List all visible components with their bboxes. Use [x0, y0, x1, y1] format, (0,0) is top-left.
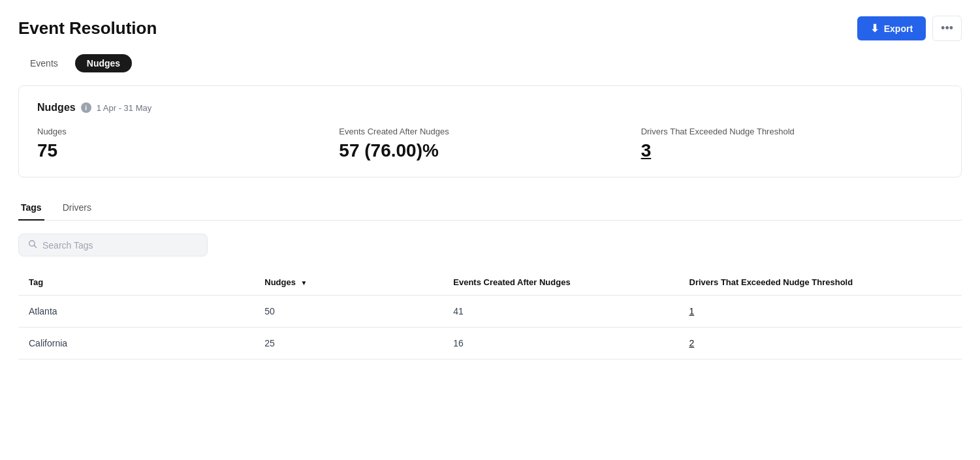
- header-actions: ⬇ Export •••: [857, 16, 962, 41]
- metric-drivers-exceeded: Drivers That Exceeded Nudge Threshold 3: [641, 127, 943, 161]
- top-tabs: Events Nudges: [18, 54, 962, 72]
- more-options-button[interactable]: •••: [932, 16, 962, 41]
- download-icon: ⬇: [870, 22, 879, 35]
- metric-nudges: Nudges 75: [37, 127, 339, 161]
- table-row: Atlanta 50 41 1: [18, 296, 962, 328]
- table-header-row: Tag Nudges ▼ Events Created After Nudges…: [18, 269, 962, 296]
- cell-drivers[interactable]: 1: [679, 296, 962, 328]
- cell-events: 16: [443, 328, 678, 360]
- cell-nudges: 25: [254, 328, 443, 360]
- more-icon: •••: [941, 22, 953, 35]
- search-input[interactable]: [42, 240, 198, 251]
- page-header: Event Resolution ⬇ Export •••: [18, 16, 962, 41]
- tab-nudges[interactable]: Nudges: [75, 54, 132, 72]
- tab-drivers[interactable]: Drivers: [60, 196, 94, 221]
- cell-nudges: 50: [254, 296, 443, 328]
- col-header-events: Events Created After Nudges: [443, 269, 678, 296]
- cell-tag: California: [18, 328, 254, 360]
- summary-card: Nudges i 1 Apr - 31 May Nudges 75 Events…: [18, 85, 962, 177]
- data-table: Tag Nudges ▼ Events Created After Nudges…: [18, 269, 962, 360]
- col-header-nudges[interactable]: Nudges ▼: [254, 269, 443, 296]
- svg-line-1: [34, 245, 37, 248]
- bottom-tabs: Tags Drivers: [18, 196, 962, 221]
- search-input-wrapper: [18, 234, 208, 256]
- tab-tags[interactable]: Tags: [18, 196, 44, 221]
- cell-tag: Atlanta: [18, 296, 254, 328]
- table-row: California 25 16 2: [18, 328, 962, 360]
- info-icon: i: [81, 102, 91, 113]
- page-title: Event Resolution: [18, 18, 157, 38]
- summary-card-title: Nudges i 1 Apr - 31 May: [37, 102, 943, 114]
- summary-metrics: Nudges 75 Events Created After Nudges 57…: [37, 127, 943, 161]
- search-container: [18, 234, 962, 256]
- export-button[interactable]: ⬇ Export: [857, 16, 926, 40]
- col-header-tag: Tag: [18, 269, 254, 296]
- col-header-drivers: Drivers That Exceeded Nudge Threshold: [679, 269, 962, 296]
- cell-events: 41: [443, 296, 678, 328]
- search-icon: [28, 239, 37, 251]
- metric-events-after-nudges: Events Created After Nudges 57 (76.00)%: [339, 127, 640, 161]
- cell-drivers[interactable]: 2: [679, 328, 962, 360]
- tab-events[interactable]: Events: [18, 54, 70, 72]
- sort-icon-nudges: ▼: [301, 279, 308, 286]
